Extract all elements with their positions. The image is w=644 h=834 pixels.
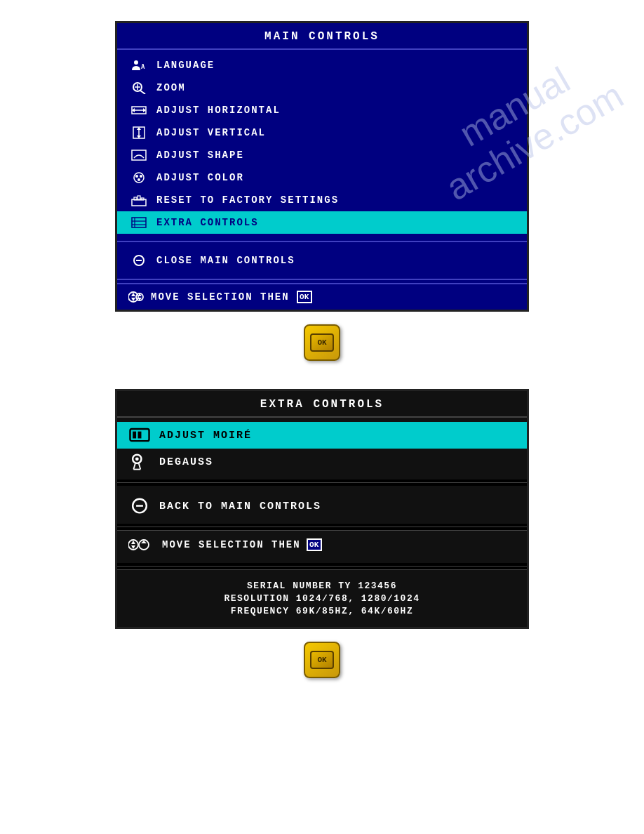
reset-factory-label: RESET TO FACTORY SETTINGS [156,194,339,206]
frequency: FREQUENCY 69K/85HZ, 64K/60HZ [128,606,516,616]
svg-marker-46 [141,541,147,543]
menu-item-adjust-vertical[interactable]: ADJUST VERTICAL [117,121,527,144]
main-controls-panel: MAIN CONTROLS A LANGUAGE [115,21,529,312]
main-controls-title: MAIN CONTROLS [117,23,527,50]
extra-icon [128,215,149,230]
main-footer: MOVE SELECTION THEN OK [117,283,527,310]
serial-number: SERIAL NUMBER TY 123456 [128,581,516,591]
extra-controls-title: EXTRA CONTROLS [117,391,527,418]
v-arrow-icon [128,125,149,140]
h-arrow-icon [128,102,149,118]
main-divider-1 [117,241,527,242]
extra-divider-2 [117,527,527,527]
extra-footer-row: MOVE SELECTION THEN OK [128,538,516,552]
person-icon: A [128,58,149,73]
ok-button-1[interactable]: OK [304,324,340,361]
footer-move-text: MOVE SELECTION THEN [151,291,290,303]
degauss-icon [128,454,151,470]
zoom-icon [128,80,149,95]
svg-marker-30 [131,293,135,296]
resolution: RESOLUTION 1024/768, 1280/1024 [128,593,516,604]
extra-footer-move-text: MOVE SELECTION THEN [162,539,301,550]
menu-item-adjust-color[interactable]: ADJUST COLOR [117,166,527,189]
ok-button-2-label: OK [310,651,334,669]
back-label: BACK TO MAIN CONTROLS [159,501,321,512]
adjust-moire-label: ADJUST MOIRÉ [159,430,252,442]
extra-menu-section: ADJUST MOIRÉ DEGAUSS [117,418,527,479]
svg-marker-31 [131,298,135,301]
extra-nav-icons [128,538,156,552]
close-section: CLOSE MAIN CONTROLS [117,245,527,276]
svg-point-17 [140,175,142,178]
menu-item-language[interactable]: A LANGUAGE [117,54,527,77]
extra-footer: MOVE SELECTION THEN OK [117,530,527,563]
serial-section: SERIAL NUMBER TY 123456 RESOLUTION 1024/… [117,569,527,627]
ok-button-1-label: OK [310,333,334,352]
menu-item-degauss[interactable]: DEGAUSS [117,449,527,475]
svg-rect-36 [133,432,136,439]
extra-footer-ok-badge: OK [307,538,322,551]
adjust-vertical-label: ADJUST VERTICAL [156,127,266,138]
footer-nav-icons [128,290,144,304]
ok-button-2[interactable]: OK [304,642,340,678]
extra-divider-3 [117,566,527,567]
color-icon [128,170,149,185]
adjust-shape-label: ADJUST SHAPE [156,150,244,161]
close-icon [128,253,149,268]
back-icon [128,498,151,515]
zoom-label: ZOOM [156,82,186,93]
svg-text:A: A [141,63,146,70]
language-label: LANGUAGE [156,60,215,71]
svg-point-39 [135,458,139,461]
page-wrapper: manualarchive.com MAIN CONTROLS A LANGUA… [0,0,644,834]
svg-point-0 [134,60,138,65]
svg-line-3 [140,91,145,94]
extra-controls-panel: EXTRA CONTROLS ADJUST MOIRÉ [115,389,529,629]
adjust-horizontal-label: ADJUST HORIZONTAL [156,105,281,116]
moire-icon [128,427,151,444]
svg-point-18 [137,178,140,181]
shape-icon [128,147,149,163]
menu-item-extra-controls[interactable]: EXTRA CONTROLS [117,211,527,234]
svg-point-16 [135,175,138,178]
svg-marker-44 [131,545,135,549]
menu-item-zoom[interactable]: ZOOM [117,77,527,99]
menu-item-close[interactable]: CLOSE MAIN CONTROLS [117,249,527,272]
adjust-color-label: ADJUST COLOR [156,172,244,183]
main-divider-2 [117,279,527,280]
up-down-icon [128,290,144,304]
svg-marker-43 [131,541,135,544]
menu-item-adjust-horizontal[interactable]: ADJUST HORIZONTAL [117,99,527,121]
extra-divider-1 [117,482,527,483]
extra-controls-label: EXTRA CONTROLS [156,217,259,228]
main-menu-section: A LANGUAGE ZOOM [117,50,527,238]
menu-item-back[interactable]: BACK TO MAIN CONTROLS [117,493,527,519]
menu-item-adjust-shape[interactable]: ADJUST SHAPE [117,144,527,166]
extra-back-section: BACK TO MAIN CONTROLS [117,486,527,524]
svg-rect-23 [132,218,146,227]
menu-item-reset-factory[interactable]: RESET TO FACTORY SETTINGS [117,189,527,211]
degauss-label: DEGAUSS [159,456,213,468]
close-label: CLOSE MAIN CONTROLS [156,255,295,266]
menu-item-adjust-moire[interactable]: ADJUST MOIRÉ [117,422,527,449]
factory-icon [128,192,149,208]
footer-ok-badge: OK [297,291,312,303]
svg-rect-37 [138,432,142,439]
